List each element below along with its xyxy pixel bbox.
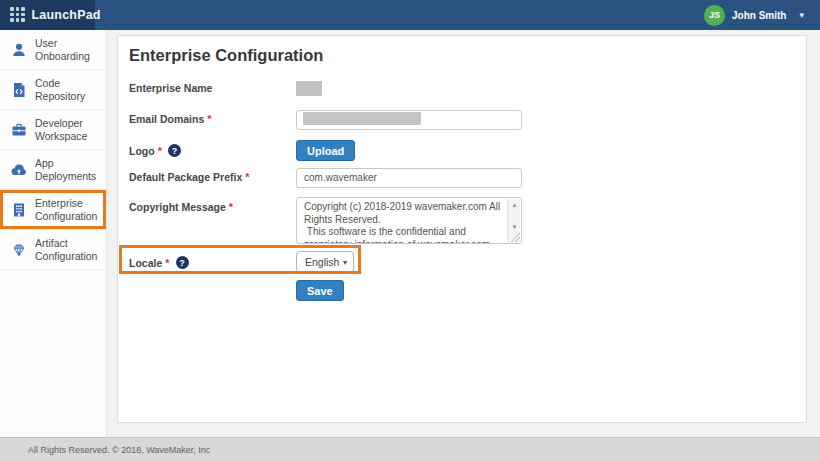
sidebar-item-artifact-configuration[interactable]: Artifact Configuration <box>0 230 106 270</box>
footer: All Rights Reserved. © 2018, WaveMaker, … <box>0 437 820 461</box>
sidebar-item-enterprise-configuration[interactable]: Enterprise Configuration <box>0 190 106 230</box>
code-file-icon <box>10 81 27 98</box>
enterprise-name-row: Enterprise Name <box>129 81 322 96</box>
default-package-prefix-input-wrap <box>296 167 522 187</box>
help-icon[interactable]: ? <box>176 256 189 269</box>
footer-copyright-text: All Rights Reserved. © 2018, WaveMaker, … <box>28 445 210 455</box>
required-asterisk: * <box>229 201 233 213</box>
required-asterisk: * <box>158 145 162 157</box>
brand-area: LaunchPad <box>0 0 95 30</box>
user-icon <box>10 41 27 58</box>
enterprise-name-value-redacted <box>296 81 322 96</box>
user-name: John Smith <box>732 10 786 21</box>
copyright-message-textarea-wrap: Copyright (c) 2018-2019 wavemaker.com Al… <box>296 197 522 244</box>
launchpad-app: LaunchPad JS John Smith ▾ User Onboardin… <box>0 0 820 461</box>
main-area: Enterprise Configuration Enterprise Name… <box>107 30 820 437</box>
required-asterisk: * <box>165 257 169 269</box>
top-header: LaunchPad JS John Smith ▾ <box>0 0 820 30</box>
page-title: Enterprise Configuration <box>129 46 323 65</box>
user-avatar[interactable]: JS <box>704 5 725 26</box>
copyright-message-label: Copyright Message* <box>129 201 296 213</box>
locale-label: Locale* ? <box>129 256 296 269</box>
email-domains-input-wrap <box>296 109 522 129</box>
enterprise-configuration-card: Enterprise Configuration Enterprise Name… <box>117 35 807 423</box>
locale-select[interactable]: English ▾ <box>296 251 354 273</box>
sidebar-item-developer-workspace[interactable]: Developer Workspace <box>0 110 106 150</box>
briefcase-icon <box>10 121 27 138</box>
default-package-prefix-input[interactable] <box>296 168 522 188</box>
sidebar-item-user-onboarding[interactable]: User Onboarding <box>0 30 106 70</box>
scroll-up-icon[interactable]: ▲ <box>508 199 521 210</box>
sidebar-item-label: Enterprise Configuration <box>35 197 103 223</box>
default-package-prefix-row: Default Package Prefix* <box>129 167 522 187</box>
header-spacer <box>95 0 704 30</box>
chevron-down-icon: ▾ <box>343 258 347 267</box>
sidebar: User Onboarding Code Repository Develope… <box>0 30 107 437</box>
building-icon <box>10 201 27 218</box>
copyright-message-row: Copyright Message* Copyright (c) 2018-20… <box>129 197 522 244</box>
logo-row: Logo* ? Upload <box>129 140 355 161</box>
enterprise-name-label: Enterprise Name <box>129 82 296 94</box>
user-menu[interactable]: JS John Smith ▾ <box>704 0 820 30</box>
required-asterisk: * <box>245 171 249 183</box>
required-asterisk: * <box>207 113 211 125</box>
default-package-prefix-label: Default Package Prefix* <box>129 171 296 183</box>
locale-row: Locale* ? English ▾ <box>129 251 354 273</box>
email-domains-row: Email Domains* <box>129 109 522 129</box>
email-domains-label: Email Domains* <box>129 113 296 125</box>
sidebar-item-label: Code Repository <box>35 77 103 103</box>
sidebar-item-label: User Onboarding <box>35 37 103 63</box>
sidebar-item-label: Developer Workspace <box>35 117 103 143</box>
upload-button[interactable]: Upload <box>296 140 355 161</box>
brand-title: LaunchPad <box>32 8 101 22</box>
chevron-down-icon[interactable]: ▾ <box>799 10 804 20</box>
save-button[interactable]: Save <box>296 280 344 301</box>
sidebar-item-label: Artifact Configuration <box>35 237 103 263</box>
sidebar-item-code-repository[interactable]: Code Repository <box>0 70 106 110</box>
email-domains-input[interactable] <box>296 110 522 130</box>
apps-grid-icon[interactable] <box>10 7 25 23</box>
help-icon[interactable]: ? <box>168 144 181 157</box>
body-row: User Onboarding Code Repository Develope… <box>0 30 820 437</box>
logo-label: Logo* ? <box>129 144 296 157</box>
save-row: Save <box>296 280 344 301</box>
cloud-upload-icon <box>10 161 27 178</box>
diamond-icon <box>10 241 27 258</box>
sidebar-item-app-deployments[interactable]: App Deployments <box>0 150 106 190</box>
resize-grip-icon[interactable] <box>511 233 520 242</box>
locale-selected-value: English <box>305 256 339 268</box>
sidebar-item-label: App Deployments <box>35 157 103 183</box>
copyright-message-textarea[interactable]: Copyright (c) 2018-2019 wavemaker.com Al… <box>297 198 521 243</box>
scroll-down-icon[interactable]: ▼ <box>508 221 521 232</box>
